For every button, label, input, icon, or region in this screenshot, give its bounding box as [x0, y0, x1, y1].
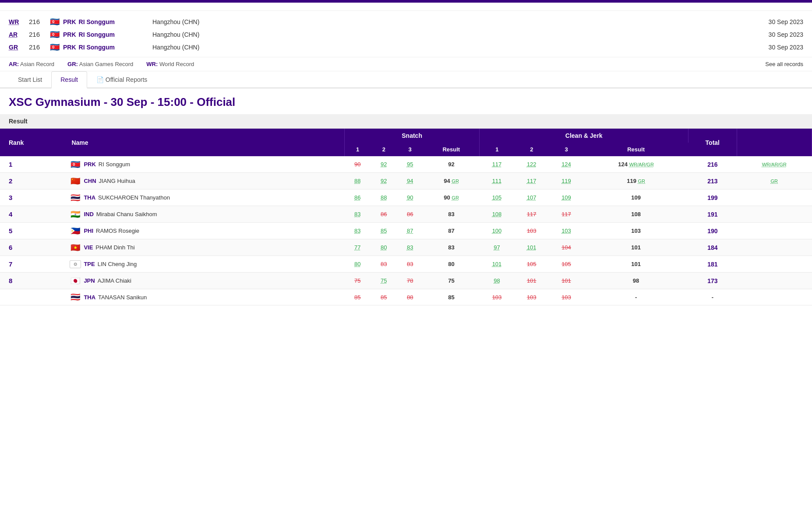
- cell-s3: 90: [397, 189, 423, 206]
- see-all-records[interactable]: See all records: [765, 61, 803, 67]
- cj-result-val: -: [635, 294, 637, 301]
- attempt-value: 92: [381, 178, 387, 184]
- legend-row: AR: Asian RecordGR: Asian Games RecordWR…: [0, 57, 812, 71]
- attempt-value: 90: [354, 161, 360, 168]
- cell-total: 190: [688, 223, 737, 239]
- attempt-value: 109: [561, 194, 571, 201]
- cell-s2: 85: [371, 223, 397, 239]
- cell-cj1: 111: [480, 173, 514, 189]
- attempt-value: 83: [407, 261, 413, 267]
- snatch-result-val: 83: [448, 244, 454, 251]
- tab-official-reports[interactable]: 📄 Official Reports: [87, 71, 156, 88]
- cell-rank: 6: [0, 239, 68, 256]
- cell-snatch-result: 83: [423, 239, 480, 256]
- country-code: TPE: [84, 261, 95, 267]
- cj-result-val: 101: [631, 261, 641, 267]
- tab-start-list[interactable]: Start List: [9, 71, 51, 88]
- snatch-result-val: 80: [448, 261, 454, 267]
- attempt-value: 86: [354, 194, 360, 201]
- cell-s3: 78: [397, 273, 423, 289]
- table-row: 🇹🇭 THA TANASAN Sanikun 85858885103103103…: [0, 289, 812, 305]
- country-code: PRK: [63, 18, 76, 25]
- flag-icon: ⊙: [70, 261, 81, 268]
- cell-s3: 86: [397, 206, 423, 223]
- snatch-result-val: 92: [448, 161, 454, 168]
- attempt-value: 77: [354, 244, 360, 251]
- cell-s1: 83: [344, 223, 371, 239]
- cell-s3: 83: [397, 256, 423, 273]
- attempt-value: 103: [561, 228, 571, 234]
- record-score: 216: [29, 18, 42, 25]
- country-code: IND: [84, 211, 93, 217]
- table-row: 6 🇻🇳 VIE PHAM Dinh Thi 77808383971011041…: [0, 239, 812, 256]
- cell-s1: 90: [344, 156, 371, 173]
- col-total: Total: [688, 129, 737, 156]
- flag-icon: 🇰🇵: [49, 31, 60, 38]
- record-country: 🇰🇵 PRK RI Songgum: [49, 31, 145, 38]
- records-section: [0, 3, 812, 11]
- legend-item: GR: Asian Games Record: [67, 61, 133, 67]
- attempt-value: 85: [381, 228, 387, 234]
- cell-name: ⊙ TPE LIN Cheng Jing: [68, 256, 344, 273]
- cell-cj1: 105: [480, 189, 514, 206]
- cell-name: 🇨🇳 CHN JIANG Huihua: [68, 173, 344, 189]
- tab-result[interactable]: Result: [51, 71, 87, 88]
- snatch-result-badge: GR: [452, 179, 459, 184]
- athlete-name-text: SUKCHAROEN Thanyathon: [98, 194, 170, 201]
- snatch-result-val: 94: [444, 178, 450, 184]
- attempt-value: 105: [561, 261, 571, 267]
- attempt-value: 83: [407, 244, 413, 251]
- attempt-value: 88: [407, 294, 413, 301]
- athlete-name-text: PHAM Dinh Thi: [95, 244, 134, 251]
- cell-cj-result: 101: [584, 239, 688, 256]
- total-val: 216: [707, 161, 717, 168]
- snatch-result-val: 75: [448, 277, 454, 284]
- attempt-value: 103: [561, 294, 571, 301]
- flag-icon: 🇻🇳: [70, 244, 81, 251]
- athlete-name-text: LIN Cheng Jing: [98, 261, 137, 267]
- attempt-value: 117: [492, 161, 502, 168]
- cell-s2: 92: [371, 173, 397, 189]
- cell-name: 🇵🇭 PHI RAMOS Rosegie: [68, 223, 344, 239]
- event-title: XSC Gymnasium - 30 Sep - 15:00 - Officia…: [0, 88, 812, 114]
- flag-icon: 🇯🇵: [70, 277, 81, 284]
- attempt-value: 95: [407, 161, 413, 168]
- cell-rank: 1: [0, 156, 68, 173]
- results-table: RankNameSnatchClean & JerkTotal123Result…: [0, 129, 812, 305]
- cell-cj-result: 103: [584, 223, 688, 239]
- attempt-value: 83: [354, 228, 360, 234]
- attempt-value: 108: [492, 211, 502, 217]
- cell-s2: 92: [371, 156, 397, 173]
- cell-cj2: 103: [514, 223, 549, 239]
- record-location: Hangzhou (CHN): [152, 31, 739, 38]
- total-badge-val: GR: [771, 179, 778, 184]
- attempt-value: 87: [407, 228, 413, 234]
- cell-cj-result: -: [584, 289, 688, 305]
- athlete-name-text: RI Songgum: [99, 161, 130, 168]
- cell-cj3: 103: [549, 289, 583, 305]
- cell-s2: 83: [371, 256, 397, 273]
- record-score: 216: [29, 31, 42, 38]
- col-rank: Rank: [0, 129, 68, 156]
- table-row: 3 🇹🇭 THA SUKCHAROEN Thanyathon 86889090 …: [0, 189, 812, 206]
- cell-rank: 5: [0, 223, 68, 239]
- cell-s1: 80: [344, 256, 371, 273]
- cell-rank: 3: [0, 189, 68, 206]
- cell-cj2: 122: [514, 156, 549, 173]
- col-clean-jerk: Clean & Jerk: [480, 129, 688, 143]
- record-date: 30 Sep 2023: [746, 44, 803, 51]
- cell-cj2: 105: [514, 256, 549, 273]
- cell-total: 173: [688, 273, 737, 289]
- record-row: GR 216 🇰🇵 PRK RI Songgum Hangzhou (CHN) …: [9, 41, 803, 53]
- cell-rank: 8: [0, 273, 68, 289]
- table-row: 1 🇰🇵 PRK RI Songgum 90929592117122124124…: [0, 156, 812, 173]
- cell-cj2: 101: [514, 239, 549, 256]
- cell-cj-result: 108: [584, 206, 688, 223]
- cell-total: 181: [688, 256, 737, 273]
- country-code: THA: [84, 294, 95, 301]
- attempt-value: 117: [527, 178, 537, 184]
- athlete-name-text: JIANG Huihua: [99, 178, 135, 184]
- cj-result-val: 124: [618, 161, 628, 168]
- cell-cj-result: 119 GR: [584, 173, 688, 189]
- attempt-value: 92: [381, 161, 387, 168]
